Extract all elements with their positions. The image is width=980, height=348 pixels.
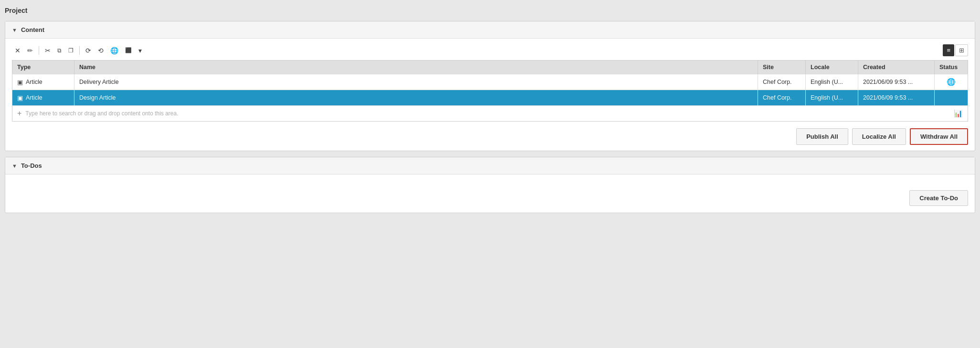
- article-icon: ▣: [17, 79, 23, 86]
- sync2-icon: ⟲: [98, 47, 104, 54]
- page-title: Project: [5, 5, 975, 16]
- col-header-name: Name: [74, 61, 758, 74]
- todos-section-body: Create To-Do: [5, 174, 975, 213]
- col-header-type: Type: [12, 61, 74, 74]
- paste-button[interactable]: ❐: [65, 45, 76, 56]
- withdraw-all-button[interactable]: Withdraw All: [910, 128, 968, 145]
- globe-status-icon: 🌐: [947, 78, 956, 86]
- sync2-button[interactable]: ⟲: [95, 45, 106, 56]
- create-todo-button[interactable]: Create To-Do: [909, 190, 968, 206]
- add-content-row[interactable]: + Type here to search or drag and drop c…: [12, 106, 968, 122]
- todos-section: ▼ To-Dos Create To-Do: [5, 157, 975, 213]
- plus-icon: +: [17, 109, 21, 118]
- article-icon: ▣: [17, 94, 23, 102]
- copy-button[interactable]: ⧉: [54, 45, 64, 56]
- dropdown-button[interactable]: ▾: [136, 45, 145, 56]
- move-icon: ⬛: [125, 47, 132, 53]
- copy-icon: ⧉: [57, 47, 62, 54]
- todos-section-header[interactable]: ▼ To-Dos: [5, 157, 975, 174]
- col-header-created: Created: [858, 61, 935, 74]
- localize-all-button[interactable]: Localize All: [852, 128, 906, 145]
- row1-locale: English (U...: [806, 74, 858, 90]
- content-table: Type Name Site Locale Created Status ▣ A…: [12, 60, 968, 122]
- table-row[interactable]: ▣ Article Design Article Chef Corp. Engl…: [12, 90, 968, 106]
- edit-icon: ✏: [27, 47, 33, 54]
- chevron-down-icon: ▾: [138, 47, 142, 54]
- content-section-body: ✕ ✏ ✂ ⧉ ❐ ⟳ ⟲: [5, 39, 975, 151]
- content-toolbar: ✕ ✏ ✂ ⧉ ❐ ⟳ ⟲: [12, 44, 968, 56]
- close-icon: ✕: [15, 47, 21, 54]
- todos-chevron-icon: ▼: [12, 163, 17, 169]
- row2-name: Design Article: [74, 90, 758, 106]
- globe-icon: 🌐: [110, 47, 118, 54]
- todos-section-title: To-Dos: [21, 162, 42, 169]
- move-button[interactable]: ⬛: [122, 45, 135, 55]
- col-header-status: Status: [935, 61, 968, 74]
- row2-type: Article: [26, 94, 42, 101]
- row2-site: Chef Corp.: [758, 90, 806, 106]
- publish-all-button[interactable]: Publish All: [796, 128, 848, 145]
- table-header-row: Type Name Site Locale Created Status: [12, 61, 968, 74]
- add-content-cell: + Type here to search or drag and drop c…: [12, 106, 968, 122]
- toolbar-right: ≡ ⊞: [943, 44, 968, 56]
- row2-locale: English (U...: [806, 90, 858, 106]
- bar-chart-icon: 📊: [954, 109, 963, 118]
- list-view-button[interactable]: ≡: [943, 44, 954, 56]
- globe-button[interactable]: 🌐: [107, 45, 121, 56]
- row1-status: 🌐: [935, 74, 968, 90]
- col-header-site: Site: [758, 61, 806, 74]
- toolbar-left: ✕ ✏ ✂ ⧉ ❐ ⟳ ⟲: [12, 45, 145, 56]
- toolbar-separator-2: [79, 46, 80, 55]
- list-view-icon: ≡: [947, 47, 950, 54]
- paste-icon: ❐: [68, 47, 74, 54]
- edit-button[interactable]: ✏: [24, 45, 36, 56]
- row1-name: Delivery Article: [74, 74, 758, 90]
- content-chevron-icon: ▼: [12, 27, 17, 33]
- col-header-locale: Locale: [806, 61, 858, 74]
- sync1-button[interactable]: ⟳: [83, 45, 94, 56]
- cut-icon: ✂: [45, 47, 51, 54]
- table-row[interactable]: ▣ Article Delivery Article Chef Corp. En…: [12, 74, 968, 90]
- row1-created: 2021/06/09 9:53 ...: [858, 74, 935, 90]
- row2-status: ✎: [935, 90, 968, 106]
- content-section-header[interactable]: ▼ Content: [5, 21, 975, 39]
- row1-site: Chef Corp.: [758, 74, 806, 90]
- content-section: ▼ Content ✕ ✏ ✂ ⧉ ❐: [5, 21, 975, 151]
- grid-view-button[interactable]: ⊞: [955, 44, 968, 56]
- row1-type: Article: [26, 79, 42, 85]
- row2-created: 2021/06/09 9:53 ...: [858, 90, 935, 106]
- add-content-placeholder: Type here to search or drag and drop con…: [25, 110, 178, 117]
- content-section-title: Content: [21, 26, 44, 33]
- sync1-icon: ⟳: [85, 47, 91, 54]
- row1-type-cell: ▣ Article: [12, 74, 74, 90]
- edit-status-icon: ✎: [948, 93, 954, 102]
- row2-type-cell: ▣ Article: [12, 90, 74, 106]
- cut-button[interactable]: ✂: [42, 45, 53, 56]
- content-action-buttons: Publish All Localize All Withdraw All: [12, 128, 968, 145]
- toolbar-separator-1: [39, 46, 39, 55]
- close-button[interactable]: ✕: [12, 45, 23, 56]
- grid-view-icon: ⊞: [959, 47, 964, 54]
